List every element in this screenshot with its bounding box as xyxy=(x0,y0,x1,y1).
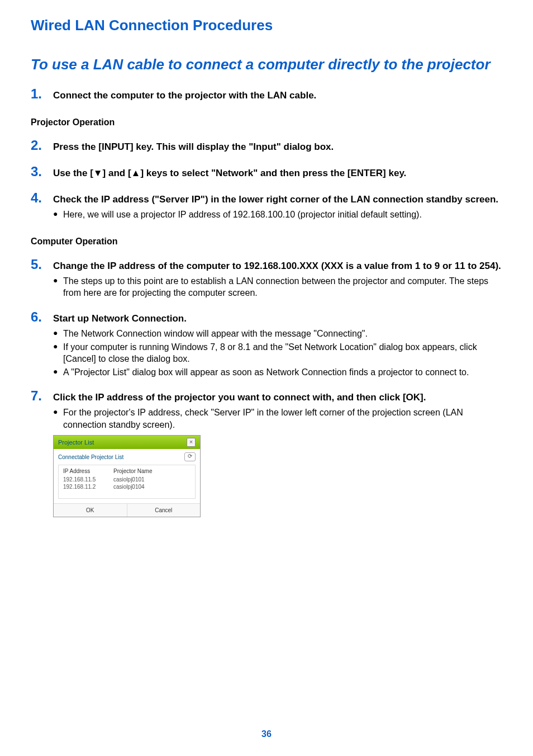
step-7-bullet-0: ● For the projector's IP address, check … xyxy=(53,407,502,431)
step-6: 6. Start up Network Connection. ● The Ne… xyxy=(31,309,502,378)
step-6-text: Start up Network Connection. xyxy=(53,313,502,325)
step-5-bullet-0-text: The steps up to this point are to establ… xyxy=(63,275,502,299)
step-1: 1. Connect the computer to the projector… xyxy=(31,86,502,102)
row-1-ip: 192.168.11.2 xyxy=(63,484,113,490)
col-ip-header: IP Address xyxy=(63,468,113,474)
step-6-bullet-2-text: A "Projector List" dialog box will appea… xyxy=(63,366,502,379)
step-3: 3. Use the [▼] and [▲] keys to select "N… xyxy=(31,164,502,180)
step-5-bullet-0: ● The steps up to this point are to esta… xyxy=(53,275,502,299)
sub-heading: To use a LAN cable to connect a computer… xyxy=(31,55,502,74)
ok-button[interactable]: OK xyxy=(54,504,127,517)
step-6-bullet-0-text: The Network Connection window will appea… xyxy=(63,328,502,340)
bullet-icon: ● xyxy=(53,275,63,286)
step-3-num: 3. xyxy=(31,164,53,179)
bullet-icon: ● xyxy=(53,328,63,338)
step-2-text: Press the [INPUT] key. This will display… xyxy=(53,141,502,154)
row-0-name: casiolpj0101 xyxy=(113,476,145,483)
dialog-subtitle: Connectable Projector List xyxy=(58,454,123,460)
close-icon[interactable]: × xyxy=(187,438,196,447)
step-6-bullet-1: ● If your computer is running Windows 7,… xyxy=(53,341,502,365)
step-1-text: Connect the computer to the projector wi… xyxy=(53,89,502,102)
bullet-icon: ● xyxy=(53,366,63,377)
row-1-name: casiolpj0104 xyxy=(113,484,145,490)
projector-operation-label: Projector Operation xyxy=(31,117,502,127)
main-heading: Wired LAN Connection Procedures xyxy=(31,17,502,34)
step-2-num: 2. xyxy=(31,138,53,153)
bullet-icon: ● xyxy=(53,341,63,352)
step-6-num: 6. xyxy=(31,309,53,325)
step-5: 5. Change the IP address of the computer… xyxy=(31,257,502,299)
step-5-num: 5. xyxy=(31,257,53,272)
table-row[interactable]: 192.168.11.5 casiolpj0101 xyxy=(63,476,191,483)
page-number: 36 xyxy=(0,729,533,739)
projector-table: IP Address Projector Name 192.168.11.5 c… xyxy=(58,465,196,499)
step-7-num: 7. xyxy=(31,388,53,404)
step-3-text: Use the [▼] and [▲] keys to select "Netw… xyxy=(53,167,502,180)
projector-list-dialog: Projector List × Connectable Projector L… xyxy=(53,435,201,517)
step-4-num: 4. xyxy=(31,190,53,206)
col-name-header: Projector Name xyxy=(113,468,152,474)
step-1-num: 1. xyxy=(31,86,53,102)
step-5-text: Change the IP address of the computer to… xyxy=(53,260,502,273)
step-7: 7. Click the IP address of the projector… xyxy=(31,388,502,517)
cancel-button[interactable]: Cancel xyxy=(127,504,201,517)
step-6-bullet-1-text: If your computer is running Windows 7, 8… xyxy=(63,341,502,365)
refresh-icon[interactable]: ⟳ xyxy=(184,452,196,461)
step-7-text: Click the IP address of the projector yo… xyxy=(53,391,502,404)
step-2: 2. Press the [INPUT] key. This will disp… xyxy=(31,138,502,154)
step-6-bullet-0: ● The Network Connection window will app… xyxy=(53,328,502,340)
step-4: 4. Check the IP address ("Server IP") in… xyxy=(31,190,502,221)
step-4-bullet-0-text: Here, we will use a projector IP address… xyxy=(63,209,502,221)
step-4-text: Check the IP address ("Server IP") in th… xyxy=(53,193,502,206)
bullet-icon: ● xyxy=(53,407,63,417)
table-row[interactable]: 192.168.11.2 casiolpj0104 xyxy=(63,483,191,490)
row-0-ip: 192.168.11.5 xyxy=(63,476,113,483)
step-6-bullet-2: ● A "Projector List" dialog box will app… xyxy=(53,366,502,379)
bullet-icon: ● xyxy=(53,209,63,219)
dialog-title-text: Projector List xyxy=(58,439,94,446)
computer-operation-label: Computer Operation xyxy=(31,237,502,247)
step-4-bullet-0: ● Here, we will use a projector IP addre… xyxy=(53,209,502,221)
step-7-bullet-0-text: For the projector's IP address, check "S… xyxy=(63,407,502,431)
